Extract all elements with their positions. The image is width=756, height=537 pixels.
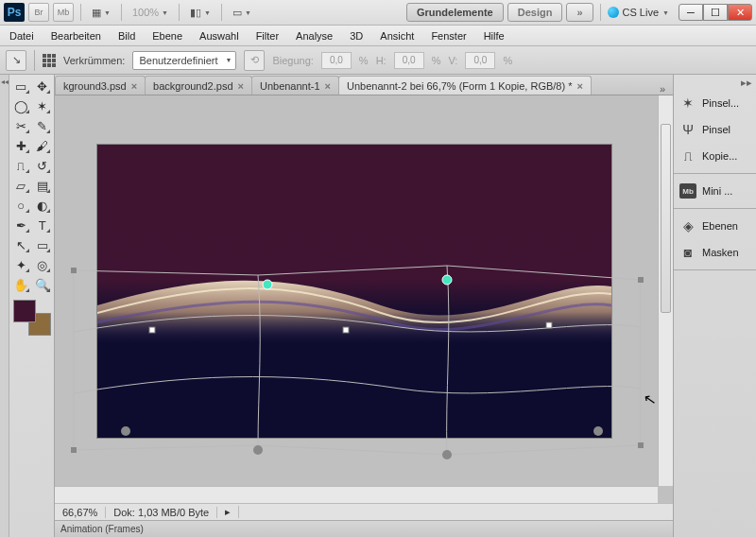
menu-filter[interactable]: Filter (256, 30, 279, 42)
tab-bkground3[interactable]: kground3.psd× (55, 76, 146, 95)
tabs-overflow[interactable]: » (652, 83, 673, 95)
tool-zoom[interactable]: 🔍 (33, 276, 53, 294)
warp-transform-grid[interactable] (69, 261, 645, 459)
close-icon[interactable]: × (576, 80, 582, 92)
tab-unbenannt2[interactable]: Unbenannt-2 bei 66,7% (Form 1 Kopie, RGB… (338, 76, 592, 95)
svg-rect-2 (71, 447, 77, 453)
v-label: V: (448, 55, 457, 66)
menu-3d[interactable]: 3D (350, 30, 363, 42)
pct-3: % (503, 55, 512, 66)
svg-point-7 (593, 426, 603, 436)
fg-color-swatch[interactable] (13, 300, 36, 322)
animation-panel-tab[interactable]: Animation (Frames) (55, 520, 673, 537)
panel-brush-presets[interactable]: ✶Pinsel... (674, 90, 756, 116)
menu-datei[interactable]: Datei (9, 30, 34, 42)
workspace-design[interactable]: Design (507, 3, 563, 22)
tool-eraser[interactable]: ▱ (11, 177, 31, 195)
tool-crop[interactable]: ✂ (11, 117, 31, 135)
svg-rect-0 (71, 268, 77, 273)
panel-masks[interactable]: ◙Masken (674, 239, 756, 266)
vertical-scrollbar[interactable] (658, 95, 673, 486)
menu-fenster[interactable]: Fenster (431, 30, 466, 42)
svg-rect-11 (546, 322, 552, 328)
workspace-more[interactable]: » (566, 3, 593, 22)
svg-point-5 (253, 445, 263, 455)
panel-clone-source[interactable]: ⎍Kopie... (674, 143, 756, 169)
toolbox: ▭✥ ◯✶ ✂✎ ✚🖌 ⎍↺ ▱▤ ○◐ ✒T ↖▭ ✦◎ ✋🔍 (9, 75, 55, 537)
tab-background2[interactable]: background2.psd× (145, 76, 252, 95)
options-bar: ↘ Verkrümmen: Benutzerdefiniert ⟲ Biegun… (0, 46, 756, 75)
tool-path[interactable]: ↖ (11, 236, 31, 254)
horizontal-scrollbar[interactable] (55, 486, 658, 503)
warp-grid-icon[interactable] (43, 54, 56, 67)
svg-rect-10 (343, 327, 349, 333)
current-tool-icon[interactable]: ↘ (6, 50, 26, 71)
svg-point-9 (442, 275, 452, 285)
tool-blur[interactable]: ○ (11, 197, 31, 215)
tool-lasso[interactable]: ◯ (11, 97, 31, 115)
document-area: kground3.psd× background2.psd× Unbenannt… (55, 75, 673, 537)
canvas-viewport[interactable]: ↖ (55, 95, 673, 503)
close-icon[interactable]: × (238, 80, 244, 92)
menu-analyse[interactable]: Analyse (296, 30, 333, 42)
arrange-drop[interactable]: ▮▯ ▼ (186, 3, 215, 22)
biegung-label: Biegung: (272, 55, 313, 66)
screenmode-drop[interactable]: ▭ ▼ (229, 3, 255, 22)
status-doc-info[interactable]: Dok: 1,03 MB/0 Byte (106, 507, 217, 518)
bridge-icon[interactable]: Br (28, 3, 49, 22)
tool-move[interactable]: ▭ (11, 78, 31, 95)
tool-heal[interactable]: ✚ (11, 137, 31, 155)
cs-live-menu[interactable]: CS Live ▼ (608, 7, 669, 18)
zoom-level[interactable]: 100% ▼ (129, 3, 172, 22)
menu-ebene[interactable]: Ebene (152, 30, 182, 42)
tool-pen[interactable]: ✒ (11, 217, 31, 234)
tool-stamp[interactable]: ⎍ (11, 157, 31, 175)
panel-minibridge[interactable]: MbMini ... (674, 178, 756, 204)
status-zoom[interactable]: 66,67% (55, 507, 106, 518)
tool-wand[interactable]: ✶ (33, 97, 53, 115)
warp-label: Verkrümmen: (63, 55, 125, 66)
tool-shape[interactable]: ▭ (33, 236, 53, 254)
h-label: H: (376, 55, 387, 66)
window-maximize[interactable]: ☐ (703, 4, 728, 21)
status-bar: 66,67% Dok: 1,03 MB/0 Byte ▸ (55, 503, 673, 520)
menu-bild[interactable]: Bild (118, 30, 135, 42)
window-minimize[interactable]: ─ (679, 4, 703, 21)
menu-hilfe[interactable]: Hilfe (484, 30, 505, 42)
view-extras-drop[interactable]: ▦ ▼ (88, 3, 114, 22)
close-icon[interactable]: × (325, 80, 331, 92)
panel-collapse-left[interactable]: ◂◂ (0, 75, 9, 537)
menu-bearbeiten[interactable]: Bearbeiten (51, 30, 101, 42)
tool-gradient[interactable]: ▤ (33, 177, 53, 195)
pct-2: % (432, 55, 441, 66)
tool-3dcam[interactable]: ◎ (33, 256, 53, 274)
tool-3d[interactable]: ✦ (11, 256, 31, 274)
tool-eyedrop[interactable]: ✎ (33, 117, 53, 135)
clone-icon: ⎍ (679, 147, 696, 165)
minibridge-icon: Mb (679, 183, 696, 199)
tool-hand[interactable]: ✋ (11, 276, 31, 294)
status-more[interactable]: ▸ (217, 506, 239, 518)
window-close[interactable]: ✕ (728, 4, 752, 21)
tool-dodge[interactable]: ◐ (33, 197, 53, 215)
panel-layers[interactable]: ◈Ebenen (674, 213, 756, 239)
tool-brush[interactable]: 🖌 (33, 137, 53, 155)
tab-unbenannt1[interactable]: Unbenannt-1× (251, 76, 339, 95)
color-swatches[interactable] (11, 300, 53, 336)
tool-history[interactable]: ↺ (33, 157, 53, 175)
workspace-grundelemente[interactable]: Grundelemente (406, 3, 504, 22)
panel-collapse-right[interactable]: ▸▸ (674, 75, 756, 86)
menu-auswahl[interactable]: Auswahl (199, 30, 239, 42)
tool-text[interactable]: T (33, 217, 53, 234)
panel-brush[interactable]: ΨPinsel (674, 116, 756, 143)
v-field: 0,0 (465, 52, 495, 69)
warp-preset-dropdown[interactable]: Benutzerdefiniert (132, 51, 236, 70)
close-icon[interactable]: × (131, 80, 137, 92)
svg-rect-1 (638, 277, 644, 283)
tool-move2[interactable]: ✥ (33, 78, 53, 95)
svg-point-4 (121, 426, 130, 436)
minibridge-icon[interactable]: Mb (53, 3, 74, 22)
brush-icon: Ψ (679, 121, 696, 138)
layers-icon: ◈ (679, 217, 696, 234)
menu-ansicht[interactable]: Ansicht (380, 30, 414, 42)
